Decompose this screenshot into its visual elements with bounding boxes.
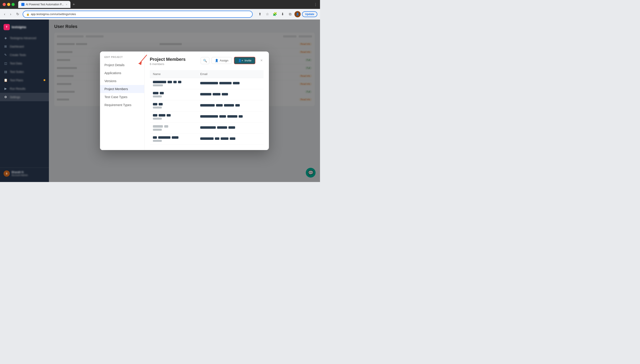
download-icon[interactable]: ⬇ xyxy=(279,11,286,17)
modal-nav-project-details[interactable]: Project Details xyxy=(100,61,144,69)
run-results-icon: ▶ xyxy=(4,86,8,90)
reload-button[interactable]: ↻ xyxy=(15,11,21,17)
logo-icon: T xyxy=(4,24,10,30)
user-avatar: B xyxy=(4,170,10,177)
table-row xyxy=(150,89,264,100)
modal-title-area: Project Members 6 members xyxy=(150,57,201,66)
main-content: User Roles Read Info xyxy=(49,20,320,182)
modal-actions: 🔍 👤 Assign 👤+ Invite × xyxy=(201,57,264,64)
table-row xyxy=(150,100,264,112)
user-name: Bharath N xyxy=(12,171,28,174)
member-name-cell xyxy=(150,89,197,100)
sidebar-item-run-results[interactable]: ▶ Run Results xyxy=(0,84,49,93)
search-button[interactable]: 🔍 xyxy=(201,57,209,64)
table-row xyxy=(150,112,264,122)
modal-edit-label: EDIT PROJECT xyxy=(100,56,144,61)
app-layout: T testsigma ◈ Testsigma Advanced ⊞ Dashb… xyxy=(0,20,320,182)
assign-user-icon: 👤 xyxy=(215,59,219,62)
edit-project-modal: EDIT PROJECT Project Details Application… xyxy=(100,52,269,150)
active-tab[interactable]: AI Powered Test Automation P... × xyxy=(18,1,70,8)
update-button[interactable]: Update xyxy=(302,11,317,17)
logo-text: testsigma xyxy=(12,25,26,29)
member-name-cell xyxy=(150,78,197,89)
minimize-window-button[interactable] xyxy=(7,3,10,6)
modal-subtitle: 6 members xyxy=(150,62,201,66)
test-plans-icon: 📋 xyxy=(4,78,8,82)
sidebar-item-create-tests[interactable]: ✎ Create Tests xyxy=(0,50,49,59)
col-name-header: Name xyxy=(150,70,197,78)
modal-nav-requirement-types[interactable]: Requirement Types xyxy=(100,101,144,109)
modal-main: Project Members 6 members 🔍 👤 Assign 👤+ … xyxy=(144,52,269,150)
test-plans-badge xyxy=(44,79,45,81)
user-info: Bharath N Account Admin xyxy=(12,171,28,176)
tab-bar: AI Powered Test Automation P... × + xyxy=(18,1,312,8)
extensions-icon[interactable]: 🧩 xyxy=(272,11,278,17)
member-email-cell xyxy=(197,122,264,134)
settings-icon: ⚙ xyxy=(4,95,8,99)
member-email-cell xyxy=(197,112,264,122)
member-email-cell xyxy=(197,134,264,145)
dashboard-icon: ⊞ xyxy=(4,44,8,48)
create-tests-icon: ✎ xyxy=(4,53,8,57)
modal-nav-test-case-types[interactable]: Test Case Types xyxy=(100,93,144,101)
new-tab-button[interactable]: + xyxy=(71,2,76,7)
browser-toolbar: ⬆ ☆ 🧩 ⬇ ⧉ 👤 Update xyxy=(257,11,317,17)
tab-strip-icon[interactable]: ⧉ xyxy=(287,11,293,17)
back-button[interactable]: ‹ xyxy=(3,11,7,17)
test-suites-icon: ▤ xyxy=(4,70,8,74)
modal-nav-applications[interactable]: Applications xyxy=(100,69,144,77)
test-data-icon: ◫ xyxy=(4,61,8,65)
forward-button[interactable]: › xyxy=(9,11,13,17)
member-name-cell xyxy=(150,122,197,134)
col-email-header: Email xyxy=(197,70,264,78)
assign-button[interactable]: 👤 Assign xyxy=(211,57,232,64)
address-bar-row: ‹ › ↻ 🔒 app.testsigma.com/ui/settings/ro… xyxy=(0,9,320,20)
browser-chrome: AI Powered Test Automation P... × + ⋮ xyxy=(0,0,320,9)
invite-user-icon: 👤+ xyxy=(238,59,243,62)
address-text: app.testsigma.com/ui/settings/roles xyxy=(31,12,76,16)
maximize-window-button[interactable] xyxy=(12,3,15,6)
sidebar-item-settings[interactable]: ⚙ Settings xyxy=(0,93,49,101)
modal-title: Project Members xyxy=(150,57,201,62)
user-role: Account Admin xyxy=(12,174,28,176)
sidebar: T testsigma ◈ Testsigma Advanced ⊞ Dashb… xyxy=(0,20,49,182)
members-table: Name Email xyxy=(150,70,264,145)
sidebar-footer: B Bharath N Account Admin xyxy=(0,168,49,179)
member-email-cell xyxy=(197,89,264,100)
modal-close-button[interactable]: × xyxy=(259,57,264,64)
sidebar-item-workspace[interactable]: ◈ Testsigma Advanced xyxy=(0,34,49,42)
member-name-cell xyxy=(150,100,197,112)
table-row xyxy=(150,134,264,145)
member-name-cell xyxy=(150,112,197,122)
close-window-button[interactable] xyxy=(3,3,6,6)
sidebar-item-test-data[interactable]: ◫ Test Data xyxy=(0,59,49,68)
workspace-icon: ◈ xyxy=(4,36,8,40)
modal-sidebar: EDIT PROJECT Project Details Application… xyxy=(100,52,144,150)
tab-close-button[interactable]: × xyxy=(66,3,67,6)
share-icon[interactable]: ⬆ xyxy=(257,11,263,17)
sidebar-logo: T testsigma xyxy=(0,22,49,34)
sidebar-item-test-suites[interactable]: ▤ Test Suites xyxy=(0,68,49,76)
sidebar-item-dashboard[interactable]: ⊞ Dashboard xyxy=(0,42,49,50)
browser-profile-icon[interactable]: 👤 xyxy=(294,11,301,17)
modal-nav-project-members[interactable]: Project Members xyxy=(100,85,144,93)
sidebar-item-test-plans[interactable]: 📋 Test Plans xyxy=(0,76,49,84)
tab-title: AI Powered Test Automation P... xyxy=(26,3,64,6)
chrome-menu-icon[interactable]: ⋮ xyxy=(314,2,317,7)
modal-nav-versions[interactable]: Versions xyxy=(100,77,144,85)
address-bar[interactable]: 🔒 app.testsigma.com/ui/settings/roles xyxy=(23,11,253,18)
invite-button[interactable]: 👤+ Invite xyxy=(234,57,256,64)
tab-favicon xyxy=(21,3,25,6)
sidebar-user: B Bharath N Account Admin xyxy=(4,170,45,177)
table-row xyxy=(150,78,264,89)
member-email-cell xyxy=(197,100,264,112)
member-email-cell xyxy=(197,78,264,89)
member-name-cell xyxy=(150,134,197,145)
modal-header: Project Members 6 members 🔍 👤 Assign 👤+ … xyxy=(150,57,264,66)
table-row xyxy=(150,122,264,134)
bookmark-icon[interactable]: ☆ xyxy=(264,11,271,17)
traffic-lights xyxy=(3,3,15,6)
